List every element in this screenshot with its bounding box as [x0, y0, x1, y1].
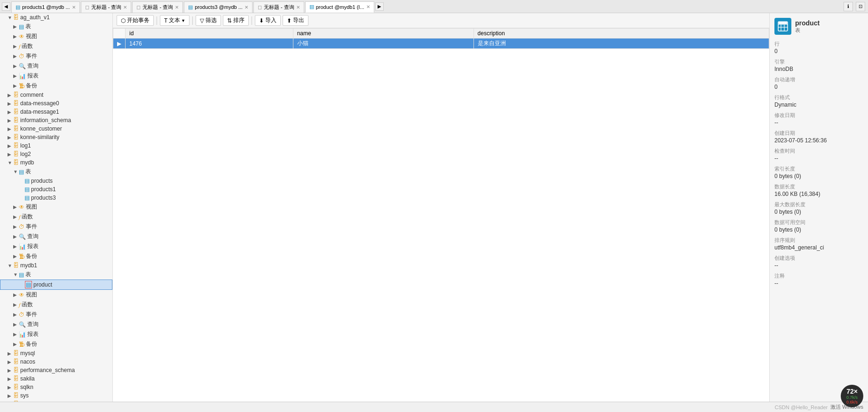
func-folder-icon: 𝑓	[19, 214, 20, 220]
db-icon: 🗄	[13, 367, 19, 373]
sidebar-item-report-folder[interactable]: ▶ 📊 报表	[0, 71, 112, 81]
sidebar-item-konne-customer[interactable]: ▶ 🗄 konne_customer	[0, 124, 112, 133]
svg-rect-5	[779, 22, 787, 24]
db-icon: 🗄	[13, 350, 19, 357]
tab-next-btn[interactable]: ▶	[375, 2, 384, 11]
sidebar-item-mydb-query-folder[interactable]: ▶ 🔍 查询	[0, 232, 112, 241]
cell-id[interactable]: 1476	[126, 39, 293, 49]
sidebar-item-data-message1[interactable]: ▶ 🗄 data-message1	[0, 108, 112, 116]
window-btn[interactable]: ⊡	[856, 2, 865, 11]
sidebar-item-mydb1-query-folder[interactable]: ▶ 🔍 查询	[0, 319, 112, 329]
tab-close-btn[interactable]: ✕	[366, 4, 370, 9]
sidebar-item-konne-similarity[interactable]: ▶ 🗄 konne-similarity	[0, 133, 112, 141]
sidebar-item-label: mydb1	[20, 262, 37, 269]
data-table-container: id name description ▶ 1476 小猫 是来自亚洲	[113, 28, 769, 402]
sidebar-item-table-folder[interactable]: ▶ ▤ 表	[0, 22, 112, 31]
sidebar-item-mydb1-func-folder[interactable]: ▶ 𝑓 函数	[0, 300, 112, 310]
cell-name[interactable]: 小猫	[293, 39, 473, 49]
sidebar-item-performance-schema[interactable]: ▶ 🗄 performance_schema	[0, 366, 112, 374]
sidebar-item-event-folder[interactable]: ▶ ⏱ 事件	[0, 51, 112, 61]
query-folder-icon: 🔍	[19, 233, 26, 240]
sidebar-item-comment[interactable]: ▶ 🗄 comment	[0, 91, 112, 99]
check-time-value: --	[774, 155, 863, 162]
sidebar-item-mydb1[interactable]: ▼ 🗄 mydb1	[0, 261, 112, 270]
sidebar-item-mydb-table-folder[interactable]: ▼ ▤ 表	[0, 167, 112, 177]
sidebar-item-ag-auth-v1[interactable]: ▼ 🗄 ag_auth_v1	[0, 13, 112, 22]
sidebar-item-mydb1-table-folder[interactable]: ▼ ▤ 表	[0, 270, 112, 280]
sidebar-item-mydb-func-folder[interactable]: ▶ 𝑓 函数	[0, 212, 112, 222]
sidebar-item-log2[interactable]: ▶ 🗄 log2	[0, 150, 112, 158]
sidebar-item-view-folder[interactable]: ▶ 👁 视图	[0, 31, 112, 41]
tab-close-btn[interactable]: ✕	[123, 5, 127, 10]
sidebar-item-func-folder[interactable]: ▶ 𝑓 函数	[0, 41, 112, 51]
sidebar-item-products[interactable]: ▤ products	[0, 177, 112, 185]
auto-increment-label: 自动递增	[774, 76, 863, 83]
auto-increment-value: 0	[774, 84, 863, 90]
tab-close-btn[interactable]: ✕	[72, 5, 76, 10]
sidebar-item-mydb1-event-folder[interactable]: ▶ ⏱ 事件	[0, 310, 112, 319]
sidebar-item-log1[interactable]: ▶ 🗄 log1	[0, 141, 112, 150]
table-icon: ▤	[24, 186, 30, 193]
cell-description[interactable]: 是来自亚洲	[473, 39, 769, 49]
sidebar-item-mydb[interactable]: ▼ 🗄 mydb	[0, 158, 112, 167]
expand-arrow-icon: ▶	[13, 302, 18, 307]
sort-btn[interactable]: ⇅ 排序	[223, 15, 249, 26]
sidebar-item-nacos[interactable]: ▶ 🗄 nacos	[0, 358, 112, 366]
sidebar-item-data-message0[interactable]: ▶ 🗄 data-message0	[0, 99, 112, 108]
sidebar-item-mydb-backup-folder[interactable]: ▶ 🗜 备份	[0, 251, 112, 261]
sidebar-item-sqlkn[interactable]: ▶ 🗄 sqlkn	[0, 383, 112, 391]
sidebar-item-backup-folder[interactable]: ▶ 🗜 备份	[0, 81, 112, 91]
tab-unnamed1[interactable]: ◻ 无标题 - 查询 ✕	[81, 1, 132, 13]
tab-products3-mydb[interactable]: ▤ products3 @mydb ... ✕	[184, 1, 253, 13]
tab-unnamed2[interactable]: ◻ 无标题 - 查询 ✕	[132, 1, 183, 13]
export-btn[interactable]: ⬆ 导出	[283, 15, 308, 26]
sidebar-item-products1[interactable]: ▤ products1	[0, 185, 112, 194]
col-name-header[interactable]: name	[293, 29, 473, 39]
expand-arrow-icon: ▶	[8, 135, 12, 140]
db-icon: 🗄	[13, 117, 19, 124]
sidebar-item-label: 事件	[26, 52, 37, 60]
info-index-length: 索引长度 0 bytes (0)	[774, 165, 863, 179]
sidebar-item-mydb-event-folder[interactable]: ▶ ⏱ 事件	[0, 222, 112, 232]
expand-arrow-icon: ▼	[8, 160, 12, 165]
sidebar-item-mydb1-backup-folder[interactable]: ▶ 🗜 备份	[0, 339, 112, 349]
sidebar-item-sakila[interactable]: ▶ 🗄 sakila	[0, 374, 112, 383]
sidebar-item-information-schema[interactable]: ▶ 🗄 information_schema	[0, 116, 112, 124]
sidebar-item-sys[interactable]: ▶ 🗄 sys	[0, 391, 112, 400]
sidebar-item-query-folder[interactable]: ▶ 🔍 查询	[0, 61, 112, 71]
sidebar-item-product[interactable]: ▤ product	[0, 280, 112, 290]
col-description-header[interactable]: description	[473, 29, 769, 39]
event-folder-icon: ⏱	[19, 311, 24, 318]
tab-query-icon: ◻	[136, 4, 141, 10]
text-btn[interactable]: T 文本 ▼	[160, 15, 189, 26]
sidebar-item-mydb-view-folder[interactable]: ▶ 👁 视图	[0, 202, 112, 212]
tab-table-icon: ▤	[188, 4, 193, 10]
toolbar-separator	[157, 16, 157, 25]
sidebar-item-products3[interactable]: ▤ products3	[0, 194, 112, 202]
sidebar-item-label: 表	[25, 271, 31, 279]
tab-unnamed3[interactable]: ◻ 无标题 - 查询 ✕	[253, 1, 304, 13]
sidebar-item-mydb1-view-folder[interactable]: ▶ 👁 视图	[0, 290, 112, 300]
tab-close-btn[interactable]: ✕	[175, 5, 179, 10]
modify-date-label: 修改日期	[774, 112, 863, 119]
tab-products1-mydb[interactable]: ▤ products1 @mydb ... ✕	[11, 1, 80, 13]
begin-transaction-btn[interactable]: ⬡ 开始事务	[117, 15, 154, 26]
rows-value: 0	[774, 48, 863, 54]
sidebar-item-mysql[interactable]: ▶ 🗄 mysql	[0, 349, 112, 358]
query-folder-icon: 🔍	[19, 63, 26, 70]
tab-close-btn[interactable]: ✕	[296, 5, 300, 10]
expand-arrow-icon: ▶	[8, 393, 12, 398]
col-id-header[interactable]: id	[126, 29, 293, 39]
tab-close-btn[interactable]: ✕	[245, 5, 248, 10]
sidebar-item-mydb-report-folder[interactable]: ▶ 📊 报表	[0, 241, 112, 251]
table-row[interactable]: ▶ 1476 小猫 是来自亚洲	[113, 39, 769, 49]
import-btn[interactable]: ⬇ 导入	[255, 15, 281, 26]
db-icon: 🗄	[13, 151, 19, 157]
tab-product-mydb1[interactable]: ▤ product @mydb1 (I... ✕	[305, 1, 374, 13]
view-folder-icon: 👁	[19, 204, 24, 210]
expand-arrow-icon: ▶	[13, 83, 18, 88]
filter-btn[interactable]: ▽ 筛选	[196, 15, 221, 26]
info-btn[interactable]: ℹ	[844, 2, 853, 11]
tab-prev-btn[interactable]: ◀	[2, 2, 10, 11]
sidebar-item-mydb1-report-folder[interactable]: ▶ 📊 报表	[0, 329, 112, 339]
